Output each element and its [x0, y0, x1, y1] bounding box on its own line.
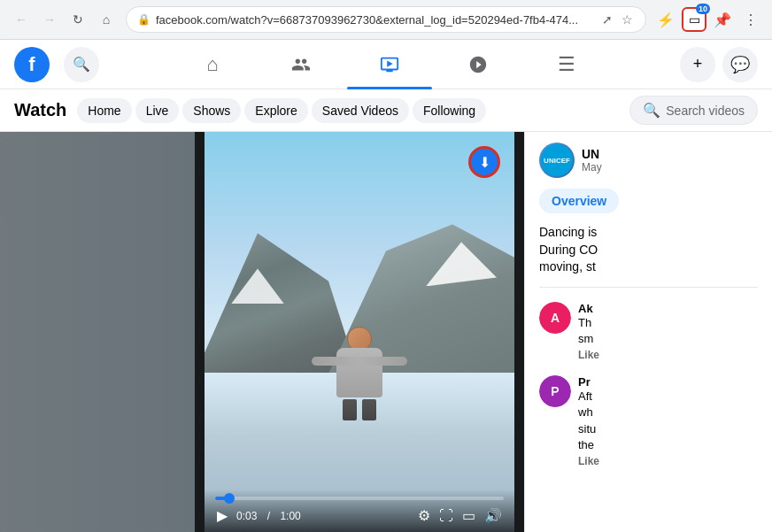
search-icon: 🔍 [643, 102, 660, 119]
video-area: ⬇ ▶ 0:03 / 1:00 ⚙ ⛶ ▭ [195, 132, 524, 532]
avatar-placeholder-2: P [539, 375, 571, 407]
home-button[interactable]: ⌂ [94, 7, 119, 32]
add-button[interactable]: + [680, 47, 715, 82]
download-icon: ⬇ [479, 154, 490, 171]
facebook-logo-circle: f [14, 47, 50, 82]
unicef-logo: UNICEF [541, 144, 573, 176]
share-icon[interactable]: ➚ [600, 11, 614, 28]
watch-nav-shows[interactable]: Shows [182, 98, 241, 123]
forward-button[interactable]: → [37, 7, 62, 32]
child-arms [312, 357, 407, 366]
comment-item-2: P Pr Aftwhsituthe Like [525, 368, 772, 474]
watch-search-text: Search videos [666, 104, 745, 118]
right-sidebar: UNICEF UN May Overview Dancing is During… [524, 132, 772, 532]
extension-active-button[interactable]: ▭ 10 [682, 7, 706, 32]
facebook-logo-letter: f [28, 53, 35, 76]
time-total: 1:00 [280, 510, 300, 522]
time-current: 0:03 [236, 510, 257, 522]
watch-nav-live[interactable]: Live [135, 98, 180, 123]
browser-chrome: ← → ↻ ⌂ 🔒 facebook.com/watch?v=668737093… [0, 0, 772, 40]
comment-actions-2: Like [578, 455, 758, 467]
facebook-logo[interactable]: f [14, 47, 50, 82]
comment-avatar-1: A [539, 302, 571, 334]
nav-item-home[interactable]: ⌂ [170, 43, 255, 86]
sidebar-profile: UNICEF UN May [525, 132, 772, 189]
browser-menu-button[interactable]: ⋮ [738, 7, 763, 32]
facebook-nav-right: + 💬 [680, 47, 758, 82]
nav-item-menu[interactable]: ☰ [524, 43, 609, 86]
like-button-2[interactable]: Like [578, 455, 599, 467]
facebook-nav-center: ⌂ ☰ [99, 43, 680, 86]
controls-row: ▶ 0:03 / 1:00 ⚙ ⛶ ▭ 🔊 [215, 505, 504, 526]
channel-date: May [582, 161, 758, 173]
sidebar-divider [539, 287, 758, 288]
avatar-placeholder-1: A [539, 302, 571, 334]
sidebar-description: Dancing is During CO moving, st [525, 224, 772, 287]
watch-navbar: Watch Home Live Shows Explore Saved Vide… [0, 89, 772, 132]
refresh-button[interactable]: ↻ [66, 7, 90, 32]
nav-item-watch[interactable] [347, 43, 432, 86]
comment-content-2: Pr Aftwhsituthe Like [578, 375, 758, 467]
channel-avatar[interactable]: UNICEF [539, 143, 575, 178]
channel-name: UN [582, 147, 758, 161]
comment-content-1: Ak Thsm Like [578, 302, 758, 361]
address-bar[interactable]: 🔒 facebook.com/watch?v=668737093962730&e… [126, 6, 646, 33]
child-leg-right [362, 399, 376, 420]
child-legs [343, 399, 376, 420]
comment-text-1: Thsm [578, 315, 758, 347]
comment-name-2: Pr [578, 375, 758, 389]
watch-nav-explore[interactable]: Explore [244, 98, 307, 123]
watch-nav-home[interactable]: Home [77, 98, 131, 123]
fullscreen-button[interactable]: ⛶ [437, 506, 455, 526]
child-figure [336, 327, 382, 420]
pin-button[interactable]: 📌 [710, 7, 735, 32]
comment-avatar-2: P [539, 375, 571, 407]
nav-item-groups[interactable] [436, 43, 521, 86]
extensions-button[interactable]: ⚡ [653, 7, 678, 32]
facebook-search-button[interactable]: 🔍 [64, 47, 99, 82]
extension-badge: 10 [696, 4, 710, 14]
settings-button[interactable]: ⚙ [416, 505, 432, 526]
comment-name-1: Ak [578, 302, 758, 315]
main-content: ⬇ ▶ 0:03 / 1:00 ⚙ ⛶ ▭ [0, 132, 772, 532]
overview-button[interactable]: Overview [539, 189, 619, 213]
comment-text-2: Aftwhsituthe [578, 389, 758, 453]
description-line2: During CO [539, 242, 758, 259]
extension-icon: ▭ [689, 12, 700, 27]
profile-info: UN May [582, 147, 758, 173]
description-line1: Dancing is [539, 224, 758, 242]
description-line3: moving, st [539, 258, 758, 276]
like-button-1[interactable]: Like [578, 349, 599, 361]
bookmark-icon[interactable]: ☆ [620, 11, 635, 28]
lock-icon: 🔒 [137, 13, 151, 26]
browser-toolbar: ← → ↻ ⌂ 🔒 facebook.com/watch?v=668737093… [0, 0, 772, 39]
volume-button[interactable]: 🔊 [482, 505, 504, 526]
nav-buttons: ← → ↻ ⌂ [9, 7, 119, 32]
child-leg-left [343, 399, 357, 420]
facebook-navbar: f 🔍 ⌂ ☰ + 💬 [0, 40, 772, 89]
child-body [336, 348, 382, 397]
pip-button[interactable]: ▭ [460, 505, 477, 526]
address-text: facebook.com/watch?v=668737093962730&ext… [156, 13, 595, 27]
time-separator: / [264, 510, 273, 522]
watch-nav-saved[interactable]: Saved Videos [312, 98, 409, 123]
watch-nav-following[interactable]: Following [413, 98, 486, 123]
video-controls: ▶ 0:03 / 1:00 ⚙ ⛶ ▭ 🔊 [205, 490, 514, 532]
browser-toolbar-right: ⚡ ▭ 10 📌 ⋮ [653, 7, 763, 32]
video-container: ⬇ ▶ 0:03 / 1:00 ⚙ ⛶ ▭ [205, 132, 514, 532]
unicef-text: UNICEF [544, 157, 570, 165]
play-button[interactable]: ▶ [215, 505, 229, 526]
left-blurred-area [0, 132, 195, 532]
progress-thumb [224, 493, 235, 504]
watch-search-bar[interactable]: 🔍 Search videos [629, 96, 758, 125]
messenger-button[interactable]: 💬 [722, 47, 758, 82]
comment-item: A Ak Thsm Like [525, 295, 772, 368]
comment-actions-1: Like [578, 349, 758, 361]
watch-title: Watch [14, 100, 66, 120]
controls-right: ⚙ ⛶ ▭ 🔊 [416, 505, 504, 526]
back-button[interactable]: ← [9, 7, 34, 32]
download-button[interactable]: ⬇ [468, 146, 500, 178]
progress-bar[interactable] [215, 497, 504, 500]
video-scene [205, 132, 514, 532]
nav-item-friends[interactable] [259, 43, 344, 86]
